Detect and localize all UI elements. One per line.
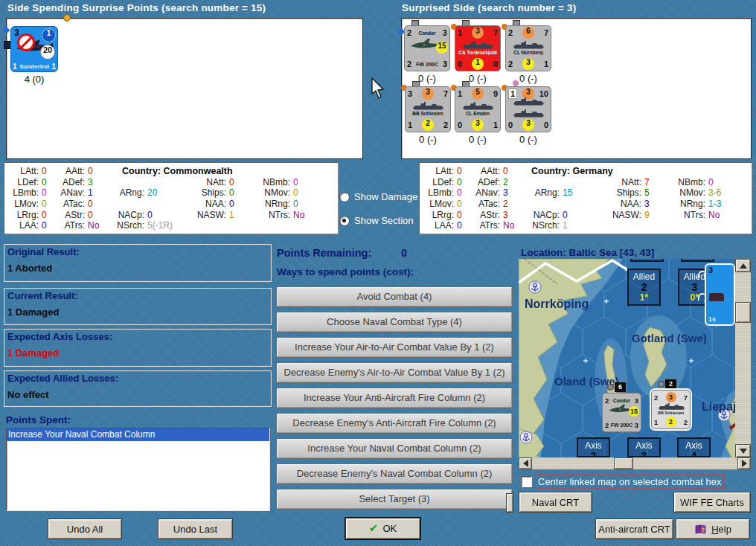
stat-cell: NTrs: No [668,209,750,220]
surprised-panel-title: Surprised Side (search number = 3) [402,2,577,13]
port-anchor-icon [520,431,532,443]
stack-box-partial [630,259,664,262]
stat-cell: LRrg: 0 [424,209,467,220]
unit-counter-convoy[interactable]: 1 3 10 0 3 0 [505,86,551,132]
unit-counter-cl-emden[interactable]: 1 5 9 CL Emden 0 3 1 [455,86,501,132]
surprised-panel: 2 Condor 3 15 2 FW 200C 3 0 (-) 1 3 7 CA… [401,18,752,159]
unit-value: 2 [443,121,448,129]
help-button[interactable]: ? Help [676,518,750,539]
spend-points-button[interactable]: Select Target (3) [276,489,513,510]
scroll-down-button[interactable] [735,444,751,457]
center-map-checkbox-label[interactable]: Center linked map on selected combat hex [535,475,724,489]
unit-counter-fw200c-condor[interactable]: 2 Condor 3 15 2 FW 200C 3 [404,25,450,71]
stack-box-axis-4[interactable]: Axis 4 [677,437,711,457]
ship-silhouette [509,39,549,50]
spend-points-button[interactable]: Increase Your Air-to-Air Combat Value By… [276,337,513,358]
stat-cell: NACp: 0 [101,209,185,220]
unit-value: 7 [493,28,498,37]
spend-points-button[interactable]: Increase Your Naval Combat Column (2) [276,438,513,459]
linked-map[interactable]: Norrköping Gotland (Swe) Öland (Swe) Lie… [519,259,751,469]
map-unit-edge[interactable]: 3 1s [705,263,735,326]
unit-value: 3 [408,89,412,98]
stat-cell: NAA: 0 [185,199,253,210]
result-value: 1 Aborted [7,263,52,274]
unit-counter-ca-tordenskjold[interactable]: 1 3 7 CA Tordenskjold 0 1 0 [455,25,501,71]
points-remaining-label: Points Remaining: [277,247,371,259]
vscroll-thumb[interactable] [735,302,751,323]
map-vscrollbar[interactable] [735,259,751,457]
unit-value: 1 [493,121,498,129]
spend-points-button[interactable]: Avoid Combat (4) [276,286,513,307]
hscroll-thumb[interactable] [614,457,633,469]
map-unit-condor[interactable]: 2 Condor 3 15 2 FW 200C 3 [602,393,641,432]
wif-fe-charts-button[interactable]: WIF FE Charts [673,492,751,513]
stat-cell: NAtt: 7 [600,177,668,188]
result-title: Original Result: [7,246,80,257]
points-spent-label: Points Spent: [6,414,71,425]
arrow-left-icon [519,460,528,467]
unit-value: 1 [544,60,548,68]
result-title: Current Result: [7,290,78,301]
naval-crt-button[interactable]: Naval CRT [519,492,592,513]
stat-cell: NSrch: 1 [516,220,600,231]
ship-silhouette [458,100,499,111]
expected-allied-losses-box: Expected Allied Losses: No effect [4,370,272,407]
unit-count-label: 0 (-) [404,73,450,84]
spend-points-button[interactable]: Decrease Enemy's Naval Combat Column (2) [276,463,513,484]
ways-to-spend-label: Ways to spend points (cost): [277,266,414,277]
stat-cell: NTrs: No [253,209,335,220]
unit-value: 2 [508,28,513,37]
scroll-left-button[interactable] [519,457,532,469]
no-mission-icon [17,33,35,51]
unit-value: 0 [458,121,462,129]
map-location-title: Location: Baltic Sea [43, 43] [521,247,654,258]
spend-points-button[interactable]: Choose Naval Combat Type (4) [276,312,513,333]
defense-badge: 2 [422,119,434,131]
stat-cell: LBmb: 0 [9,187,52,199]
spend-points-button[interactable]: Decrease Enemy's Air-to-Air Combat Value… [276,362,513,383]
spend-points-button[interactable]: Increase Your Anti-Aircraft Fire Column … [276,388,513,408]
stat-cell: NASW: 1 [185,209,253,220]
stat-cell: NMov: 3-6 [668,187,750,199]
unit-value: 1 [458,28,462,37]
stack-box-allied-2[interactable]: Allied 2 1* [627,269,661,306]
result-title: Expected Axis Losses: [7,331,112,342]
points-spent-item-selected[interactable]: Increase Your Naval Combat Column [7,428,269,441]
radio-label: Show Section [354,215,414,226]
scroll-right-button[interactable] [737,457,751,469]
stat-cell: NBmb: 0 [253,177,335,188]
attack-badge: 6 [522,27,534,39]
unit-status-dot [658,381,664,388]
scroll-up-button[interactable] [735,259,751,272]
stack-box-axis-3[interactable]: Axis 3 [627,437,661,457]
unit-counter-cl-nurnberg[interactable]: 2 6 7 CL Nürnberg 2 3 1 [505,25,551,71]
spend-points-button[interactable]: Decrease Enemy's Anti-Aircraft Fire Colu… [276,413,513,434]
map-unit-bb-schlesien[interactable]: 2 3 7 BB Schlesien 1 2 2 [651,390,691,429]
unit-counter-sunderland[interactable]: 3 1 20 1 Sunderlnd 1 [10,26,58,72]
undo-last-button[interactable]: Undo Last [158,518,233,539]
points-spent-listbox[interactable]: Increase Your Naval Combat Column [6,428,270,511]
unit-value: 1 [458,89,462,98]
radio-circle[interactable] [339,192,350,202]
spending-panel-title: Side Spending Surprise Points (search nu… [7,2,266,13]
original-result-box: Original Result: 1 Aborted [4,244,272,282]
unit-value: 9 [493,89,498,98]
ok-button[interactable]: ✔ OK [345,518,420,539]
radio-circle[interactable] [339,216,350,226]
unit-value: 3 [443,60,447,68]
attack-badge: 3 [472,27,484,39]
result-title: Expected Allied Losses: [7,373,118,384]
stack-count-badge: 2 [665,379,676,389]
radio-show-damage[interactable]: Show Damage [339,191,417,202]
unit-value: 7 [544,28,548,37]
stack-box-axis-2[interactable]: Axis 2 [577,437,610,457]
unit-value: 1 [13,62,17,71]
unit-counter-bb-schlesien[interactable]: 3 3 7 BB Schlesien 1 2 2 [405,86,451,132]
center-map-checkbox[interactable] [521,476,532,487]
radio-show-section[interactable]: Show Section [339,215,414,226]
anti-aircraft-crt-button[interactable]: Anti-aircraft CRT [595,518,673,539]
undo-all-button[interactable]: Undo All [48,518,122,539]
unit-count-label: 4 (0) [11,74,57,85]
stat-cell: NAtt: 0 [185,177,253,188]
map-hscrollbar[interactable] [519,457,751,469]
